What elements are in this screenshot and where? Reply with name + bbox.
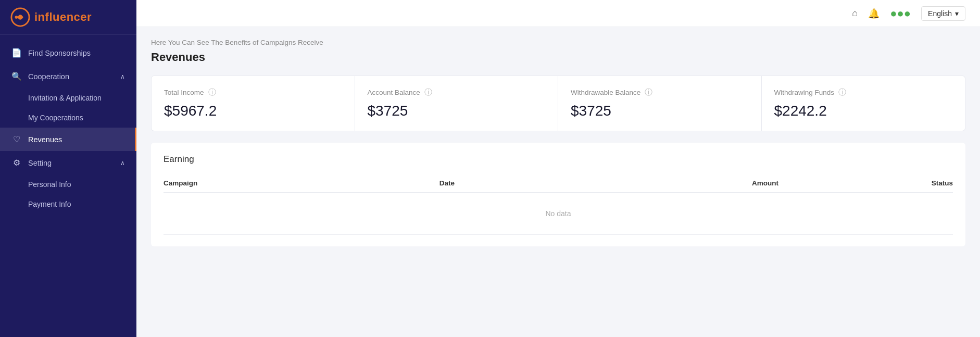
sidebar-item-my-cooperations[interactable]: My Cooperations [0, 108, 136, 128]
cooperation-icon: 🔍 [11, 71, 22, 81]
header: ⌂ 🔔 ●●● English ▾ [136, 0, 980, 27]
earning-section: Earning Campaign Date Amount Status No d… [151, 143, 965, 246]
earning-title: Earning [164, 154, 953, 165]
total-income-value: $5967.2 [164, 103, 342, 119]
home-icon[interactable]: ⌂ [852, 8, 858, 19]
logo-text: influencer [34, 10, 92, 24]
main-wrapper: ⌂ 🔔 ●●● English ▾ Here You Can See The B… [136, 0, 980, 337]
page-subtitle: Here You Can See The Benefits of Campaig… [151, 39, 965, 46]
no-data-text: No data [164, 193, 953, 235]
svg-point-1 [15, 16, 18, 19]
col-date: Date [439, 174, 563, 193]
payment-info-label: Payment Info [28, 200, 71, 208]
withdrawing-funds-value: $2242.2 [774, 103, 953, 119]
my-cooperations-label: My Cooperations [28, 114, 83, 122]
stat-card-withdrawing-funds: Withdrawing Funds ⓘ $2242.2 [762, 76, 965, 131]
withdrawable-balance-info-icon[interactable]: ⓘ [645, 88, 652, 97]
total-income-label: Total Income [164, 89, 204, 96]
setting-chevron: ∧ [120, 159, 125, 167]
sidebar-item-label: Find Sponsorships [28, 49, 125, 57]
stat-card-withdrawable-balance: Withdrawable Balance ⓘ $3725 [558, 76, 762, 131]
total-income-info-icon[interactable]: ⓘ [208, 88, 216, 97]
stat-card-total-income: Total Income ⓘ $5967.2 [152, 76, 355, 131]
withdrawing-funds-label: Withdrawing Funds [774, 89, 835, 96]
personal-info-label: Personal Info [28, 180, 71, 189]
account-balance-info-icon[interactable]: ⓘ [424, 88, 432, 97]
sponsorships-icon: 📄 [11, 48, 22, 58]
withdrawable-balance-label: Withdrawable Balance [571, 89, 640, 96]
app-logo[interactable]: influencer [0, 0, 136, 35]
col-amount: Amount [563, 174, 778, 193]
account-balance-value: $3725 [368, 103, 546, 119]
table-header-row: Campaign Date Amount Status [164, 174, 953, 193]
setting-icon: ⚙ [11, 158, 22, 168]
account-balance-label: Account Balance [368, 89, 420, 96]
sidebar-nav: 📄 Find Sponsorships 🔍 Cooperation ∧ Invi… [0, 35, 136, 337]
earning-table: Campaign Date Amount Status No data [164, 174, 953, 235]
sidebar-item-invitation[interactable]: Invitation & Application [0, 88, 136, 108]
content-area: Here You Can See The Benefits of Campaig… [136, 27, 980, 337]
language-label: English [928, 9, 952, 18]
sidebar-item-find-sponsorships[interactable]: 📄 Find Sponsorships [0, 41, 136, 65]
stat-card-account-balance: Account Balance ⓘ $3725 [355, 76, 559, 131]
logo-icon [10, 7, 30, 27]
language-chevron-icon: ▾ [955, 9, 959, 18]
sidebar: influencer 📄 Find Sponsorships 🔍 Coopera… [0, 0, 136, 337]
sidebar-item-setting[interactable]: ⚙ Setting ∧ [0, 151, 136, 174]
user-avatar-icon[interactable]: ●●● [890, 7, 911, 20]
col-status: Status [778, 174, 953, 193]
no-data-row: No data [164, 193, 953, 235]
withdrawing-funds-info-icon[interactable]: ⓘ [838, 88, 846, 97]
sidebar-item-payment-info[interactable]: Payment Info [0, 194, 136, 214]
sidebar-item-personal-info[interactable]: Personal Info [0, 174, 136, 194]
stat-card-header-withdrawing-funds: Withdrawing Funds ⓘ [774, 88, 953, 97]
language-selector[interactable]: English ▾ [921, 6, 965, 21]
col-campaign: Campaign [164, 174, 439, 193]
notification-icon[interactable]: 🔔 [868, 8, 880, 19]
revenues-label: Revenues [28, 135, 123, 144]
cooperation-chevron: ∧ [120, 73, 125, 80]
stat-card-header-total-income: Total Income ⓘ [164, 88, 342, 97]
withdrawable-balance-value: $3725 [571, 103, 749, 119]
sidebar-item-cooperation[interactable]: 🔍 Cooperation ∧ [0, 65, 136, 88]
stat-card-header-account-balance: Account Balance ⓘ [368, 88, 546, 97]
revenues-icon: ♡ [11, 134, 22, 144]
setting-label: Setting [28, 159, 114, 167]
cooperation-label: Cooperation [28, 72, 114, 81]
page-title: Revenues [151, 51, 965, 64]
stats-cards-row: Total Income ⓘ $5967.2 Account Balance ⓘ… [151, 76, 965, 131]
sidebar-item-revenues[interactable]: ♡ Revenues [0, 128, 136, 151]
stat-card-header-withdrawable-balance: Withdrawable Balance ⓘ [571, 88, 749, 97]
invitation-label: Invitation & Application [28, 94, 102, 102]
